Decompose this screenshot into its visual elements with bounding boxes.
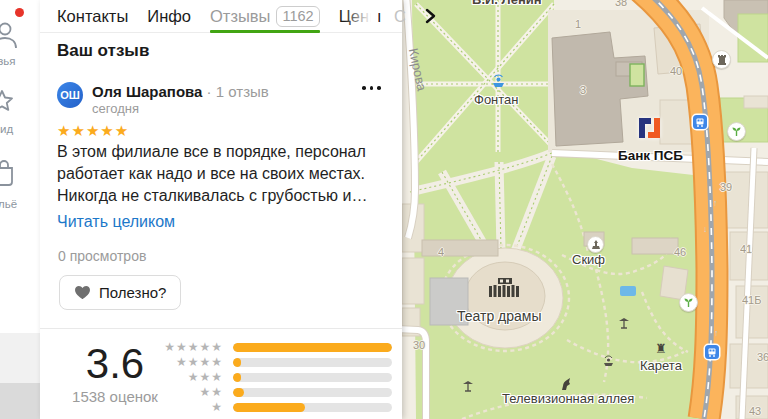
map-number: 40 <box>670 65 682 77</box>
histogram-stars: ★★ <box>140 385 223 400</box>
map-label-bank-psb[interactable]: Банк ПСБ <box>618 148 683 163</box>
histogram-stars: ★★★ <box>140 370 223 385</box>
transport-stop-icon[interactable] <box>705 345 719 359</box>
map-number: 36 <box>757 351 768 363</box>
park-tree-icon[interactable] <box>679 293 698 312</box>
tower-landmark-icon[interactable] <box>712 50 731 69</box>
sidebar-item-housing-label[interactable]: льё <box>0 198 17 210</box>
carousel-icon <box>618 315 630 333</box>
histogram-row-3-stars: ★★★ <box>140 370 395 385</box>
tab-bar: Контакты Инфо Отзывы 1162 Цены С <box>40 0 402 33</box>
reviews-count-badge: 1162 <box>276 6 319 27</box>
review-more-menu-button[interactable] <box>358 80 385 96</box>
histogram-bar <box>233 403 392 412</box>
rating-histogram: ★★★★★★★★★★★★★★★ <box>140 340 395 415</box>
tab-contacts[interactable]: Контакты <box>57 7 128 26</box>
map-number: 3 <box>580 84 586 96</box>
histogram-row-2-stars: ★★ <box>140 385 395 400</box>
histogram-bar <box>233 358 392 367</box>
map-label-theater[interactable]: Театр драмы <box>457 308 542 324</box>
business-card-panel: Контакты Инфо Отзывы 1162 Цены С Ваш отз… <box>40 0 402 419</box>
lane-arrow-up: ↑ <box>713 198 718 208</box>
histogram-row-4-stars: ★★★★ <box>140 355 395 370</box>
left-sidebar-strip: зья ид льё <box>0 0 40 419</box>
reviews-tab-content: Ваш отзыв ОШ Оля Шарапова · 1 отзыв сего… <box>40 32 402 419</box>
map-number: 43 <box>749 405 761 417</box>
lane-arrow-down: ↓ <box>703 224 708 234</box>
sidebar-item-guide-label[interactable]: ид <box>0 123 13 135</box>
app-window: зья ид льё Контакты Инфо Отзывы 1162 Цен… <box>0 0 768 419</box>
map-number: 4 <box>438 246 444 258</box>
map-number: 41Б <box>742 294 761 306</box>
guide-star-icon[interactable] <box>0 88 15 114</box>
map-canvas[interactable]: В.И. Ленин Кирова Фонтан Банк ПСБ Скиф Т… <box>402 0 768 419</box>
histogram-stars: ★ <box>140 400 223 415</box>
tab-reviews[interactable]: Отзывы 1162 <box>210 0 320 32</box>
avatar[interactable]: ОШ <box>57 82 83 108</box>
fountain-icon[interactable] <box>491 74 506 93</box>
review-star-rating: ★★★★★ <box>57 122 129 140</box>
histogram-bar <box>233 343 392 352</box>
map-number: 30 <box>413 339 425 351</box>
read-more-link[interactable]: Читать целиком <box>57 213 175 231</box>
map-label-lenin-square: В.И. Ленин <box>472 0 542 7</box>
tab-truncated[interactable]: С <box>394 7 406 26</box>
review-author-name[interactable]: Оля Шарапова <box>92 83 202 100</box>
bank-psb-logo[interactable] <box>636 114 663 146</box>
sculpture-skif-icon[interactable] <box>587 236 604 253</box>
helpful-button[interactable]: Полезно? <box>59 275 181 310</box>
tab-fade-gradient <box>344 0 378 31</box>
histogram-stars: ★★★★★ <box>140 340 223 355</box>
helpful-button-label: Полезно? <box>99 284 166 301</box>
tab-info[interactable]: Инфо <box>147 7 191 26</box>
monument-kareta-icon[interactable]: ♜ <box>655 341 667 356</box>
transport-stop-icon[interactable] <box>693 115 707 129</box>
park-tree-icon[interactable] <box>727 122 746 141</box>
your-review-title: Ваш отзыв <box>57 41 149 61</box>
small-fountain-icon <box>602 354 615 372</box>
tab-reviews-label: Отзывы <box>210 7 270 26</box>
review-views: 0 просмотров <box>58 248 146 264</box>
section-divider <box>40 328 402 329</box>
map-number: 38 <box>615 0 627 8</box>
map-number: 39 <box>720 181 732 193</box>
strip-bottom-band <box>0 383 40 419</box>
chevron-right-icon <box>425 8 436 24</box>
review-author-meta: · 1 отзыв <box>207 83 269 100</box>
housing-icon[interactable] <box>0 158 18 188</box>
umbrella-icon <box>462 378 474 396</box>
map-label-skif[interactable]: Скиф <box>572 252 605 267</box>
sidebar-item-friends-label[interactable]: зья <box>0 55 16 67</box>
friends-icon[interactable] <box>0 20 18 50</box>
heart-icon <box>74 285 91 300</box>
map-label-fountain[interactable]: Фонтан <box>474 92 519 107</box>
histogram-row-5-stars: ★★★★★ <box>140 340 395 355</box>
bird-statue-icon <box>560 376 572 394</box>
review-text: В этом филиале все в порядке, персонал р… <box>57 141 391 207</box>
histogram-row-1-stars: ★ <box>140 400 395 415</box>
notification-dot <box>15 8 24 17</box>
histogram-bar <box>233 388 392 397</box>
strip-lower-band <box>0 333 40 383</box>
map-number: 1 <box>575 18 581 30</box>
tabs-scroll-right-button[interactable] <box>425 8 436 24</box>
map-number: 46 <box>674 246 686 258</box>
lane-arrow-up: ↑ <box>714 328 719 338</box>
review-date: сегодня <box>92 101 139 116</box>
map-label-kareta[interactable]: Карета <box>640 358 682 373</box>
theater-building-icon[interactable] <box>489 278 521 301</box>
histogram-stars: ★★★★ <box>140 355 223 370</box>
map-number: 41 <box>740 243 752 255</box>
histogram-bar <box>233 373 392 382</box>
